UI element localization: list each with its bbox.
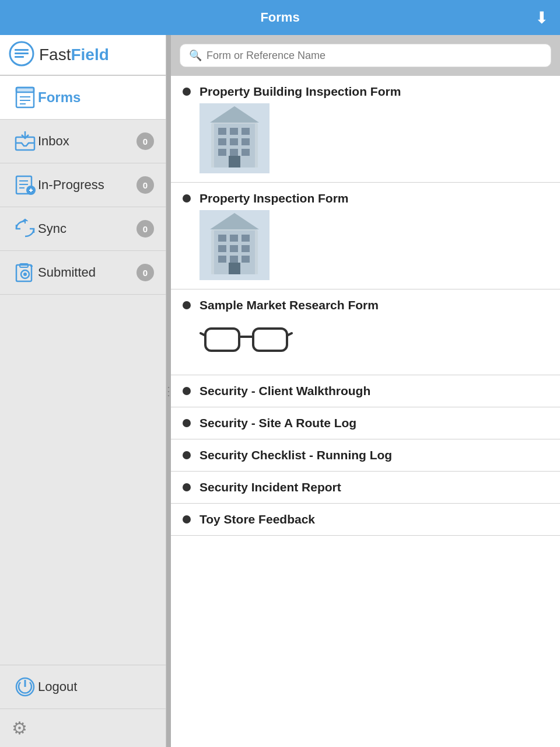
top-bar-title: Forms xyxy=(260,10,299,25)
sidebar-item-inbox[interactable]: Inbox 0 xyxy=(0,120,166,163)
svg-rect-47 xyxy=(242,235,250,242)
resize-handle[interactable] xyxy=(166,35,171,747)
form-item-5[interactable]: Security - Site A Route Log xyxy=(171,407,560,439)
svg-rect-38 xyxy=(230,149,238,156)
form-item-2[interactable]: Property Inspection Form xyxy=(171,183,560,289)
form-title-1: Property Building Inspection Form xyxy=(200,85,401,99)
form-title-3: Sample Market Research Form xyxy=(200,298,379,312)
form-bullet-6 xyxy=(183,451,191,459)
svg-rect-51 xyxy=(218,256,226,263)
logout-icon xyxy=(12,676,38,698)
form-title-5: Security - Site A Route Log xyxy=(200,416,356,430)
inbox-badge: 0 xyxy=(136,132,154,150)
download-icon[interactable]: ⬇ xyxy=(535,8,548,27)
svg-rect-3 xyxy=(15,56,24,58)
form-bullet-7 xyxy=(183,483,191,491)
sync-icon xyxy=(12,218,38,240)
sidebar-item-in-progress-label: In-Progress xyxy=(38,177,136,193)
svg-rect-48 xyxy=(218,245,226,252)
form-header-3: Sample Market Research Form xyxy=(183,298,548,312)
logout-label: Logout xyxy=(38,679,77,694)
sidebar-item-sync[interactable]: Sync 0 xyxy=(0,207,166,251)
form-thumbnail-1 xyxy=(200,103,548,173)
sync-badge: 0 xyxy=(136,220,154,238)
in-progress-icon xyxy=(12,174,38,196)
sidebar-bottom: Logout ⚙ xyxy=(0,665,166,747)
logo-icon xyxy=(9,41,34,69)
form-title-7: Security Incident Report xyxy=(200,480,341,494)
svg-rect-52 xyxy=(230,256,238,263)
sidebar-item-inbox-label: Inbox xyxy=(38,134,136,149)
form-item-7[interactable]: Security Incident Report xyxy=(171,472,560,504)
inbox-icon xyxy=(12,130,38,152)
svg-rect-54 xyxy=(229,263,240,274)
form-header-4: Security - Client Walkthrough xyxy=(183,384,548,398)
form-header-7: Security Incident Report xyxy=(183,480,548,494)
form-bullet-4 xyxy=(183,387,191,395)
svg-rect-31 xyxy=(218,128,226,135)
settings-icon[interactable]: ⚙ xyxy=(12,718,27,738)
svg-rect-53 xyxy=(242,256,250,263)
svg-rect-57 xyxy=(253,329,287,351)
forms-list: Property Building Inspection Form xyxy=(171,76,560,747)
forms-icon xyxy=(12,86,38,109)
svg-rect-45 xyxy=(218,235,226,242)
svg-rect-40 xyxy=(229,156,240,167)
svg-rect-2 xyxy=(15,53,29,54)
form-header-2: Property Inspection Form xyxy=(183,191,548,205)
svg-rect-50 xyxy=(242,245,250,252)
svg-rect-39 xyxy=(242,149,250,156)
submitted-badge: 0 xyxy=(136,264,154,281)
form-item-1[interactable]: Property Building Inspection Form xyxy=(171,76,560,183)
svg-rect-35 xyxy=(230,138,238,145)
sidebar-item-in-progress[interactable]: In-Progress 0 xyxy=(0,163,166,207)
svg-rect-33 xyxy=(242,128,250,135)
submitted-icon xyxy=(12,261,38,284)
form-thumbnail-3 xyxy=(200,317,548,366)
sidebar-item-submitted[interactable]: Submitted 0 xyxy=(0,251,166,295)
sidebar-item-forms[interactable]: Forms xyxy=(0,76,166,120)
form-bullet-1 xyxy=(183,88,191,96)
svg-rect-37 xyxy=(218,149,226,156)
form-header-5: Security - Site A Route Log xyxy=(183,416,548,430)
search-bar: 🔍 xyxy=(171,35,560,76)
right-content: 🔍 Property Building Inspection Form xyxy=(171,35,560,747)
search-input[interactable] xyxy=(206,50,542,62)
form-item-4[interactable]: Security - Client Walkthrough xyxy=(171,375,560,407)
svg-rect-56 xyxy=(205,329,239,351)
sidebar-item-forms-label: Forms xyxy=(38,89,154,106)
form-item-8[interactable]: Toy Store Feedback xyxy=(171,504,560,536)
form-bullet-8 xyxy=(183,515,191,523)
form-header-8: Toy Store Feedback xyxy=(183,512,548,526)
form-header-6: Security Checklist - Running Log xyxy=(183,448,548,462)
form-bullet-5 xyxy=(183,419,191,427)
svg-rect-49 xyxy=(230,245,238,252)
svg-rect-34 xyxy=(218,138,226,145)
main-layout: FastField Forms xyxy=(0,35,560,747)
svg-rect-32 xyxy=(230,128,238,135)
logout-button[interactable]: Logout xyxy=(0,665,166,709)
form-title-6: Security Checklist - Running Log xyxy=(200,448,392,462)
form-title-2: Property Inspection Form xyxy=(200,191,349,205)
logo-text: FastField xyxy=(39,46,109,64)
settings-button[interactable]: ⚙ xyxy=(0,709,166,747)
form-bullet-3 xyxy=(183,301,191,309)
svg-rect-46 xyxy=(230,235,238,242)
sidebar: FastField Forms xyxy=(0,35,166,747)
svg-point-23 xyxy=(23,273,27,276)
form-bullet-2 xyxy=(183,194,191,203)
sidebar-item-submitted-label: Submitted xyxy=(38,265,136,280)
form-title-4: Security - Client Walkthrough xyxy=(200,384,370,398)
form-item-6[interactable]: Security Checklist - Running Log xyxy=(171,439,560,472)
search-icon: 🔍 xyxy=(189,49,202,62)
form-title-8: Toy Store Feedback xyxy=(200,512,315,526)
form-header-1: Property Building Inspection Form xyxy=(183,85,548,99)
search-input-wrapper[interactable]: 🔍 xyxy=(180,44,551,67)
in-progress-badge: 0 xyxy=(136,176,154,194)
svg-rect-36 xyxy=(242,138,250,145)
form-thumbnail-2 xyxy=(200,210,548,280)
top-bar: Forms ⬇ xyxy=(0,0,560,35)
form-item-3[interactable]: Sample Market Research Form xyxy=(171,289,560,375)
sidebar-item-sync-label: Sync xyxy=(38,221,136,236)
nav-items: Forms Inbox 0 xyxy=(0,76,166,665)
